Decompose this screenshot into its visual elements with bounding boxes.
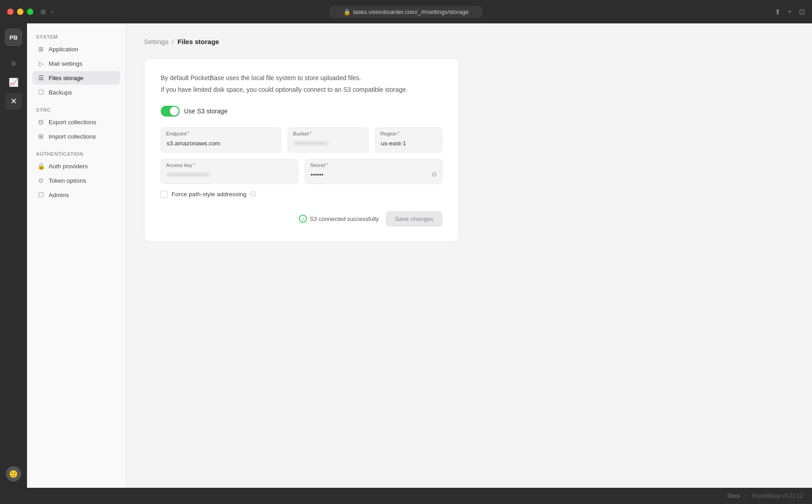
desc-line2: If you have limited disk space, you coul… <box>161 85 442 94</box>
new-tab-icon[interactable]: + <box>788 8 792 16</box>
sidebar-item-export-collections[interactable]: ⊟ Export collections <box>32 115 120 129</box>
s3-toggle[interactable] <box>161 106 180 117</box>
bucket-field: Bucket * <box>288 127 369 153</box>
footer-separator: | <box>745 493 746 499</box>
s3-status-text: S3 connected successfully <box>310 216 379 222</box>
token-label: Token options <box>49 177 86 184</box>
password-toggle-icon[interactable]: ⊙ <box>432 171 437 178</box>
sidebar-icon-activity[interactable]: 📈 <box>5 74 22 91</box>
sidebar-item-files-storage[interactable]: ☰ Files storage <box>32 71 120 85</box>
secret-field: Secret * ⊙ <box>305 159 442 184</box>
mail-label: Mail settings <box>49 60 82 67</box>
path-style-checkbox[interactable] <box>161 191 168 198</box>
export-icon: ⊟ <box>37 118 45 126</box>
titlebar-nav: ⊞ ‹ <box>41 8 54 15</box>
avatar: 🙂 <box>6 466 21 482</box>
traffic-lights <box>7 9 33 15</box>
s3-toggle-label: Use S3 storage <box>184 108 228 115</box>
s3-status-icon: ✓ <box>299 215 307 223</box>
url-text: tasks.visionboarder.com/_/#/settings/sto… <box>353 9 469 15</box>
checkbox-row: Force path-style addressing ⓘ <box>161 190 442 198</box>
lock-icon: 🔒 <box>343 9 351 15</box>
backups-label: Backups <box>49 89 72 96</box>
endpoint-required: * <box>187 131 189 136</box>
backups-icon: ☐ <box>37 89 45 96</box>
minimize-button[interactable] <box>17 9 23 15</box>
application-icon: ⊞ <box>37 45 45 53</box>
files-label: Files storage <box>49 75 83 81</box>
mail-icon: ▷ <box>37 60 45 67</box>
back-icon[interactable]: ‹ <box>51 8 54 15</box>
sidebar-right-icon[interactable]: ⊡ <box>799 8 805 16</box>
sync-section-label: Sync <box>32 107 120 112</box>
share-icon[interactable]: ⬆ <box>775 8 780 16</box>
address-bar[interactable]: 🔒 tasks.visionboarder.com/_/#/settings/s… <box>329 6 483 18</box>
admins-icon: ☐ <box>37 191 45 198</box>
sidebar-item-import-collections[interactable]: ⊞ Import collections <box>32 130 120 143</box>
auth-section-label: Authentication <box>32 151 120 157</box>
auth-icon: 🔒 <box>37 162 45 170</box>
token-icon: ⊙ <box>37 177 45 184</box>
region-field: Region * <box>375 127 442 153</box>
secret-required: * <box>326 162 328 167</box>
page-title: Files storage <box>177 38 219 45</box>
sidebar-toggle-icon[interactable]: ⊞ <box>41 8 46 15</box>
endpoint-field: Endpoint * <box>161 127 281 153</box>
sidebar-icon-settings[interactable]: ✕ <box>5 93 22 110</box>
bucket-required: * <box>310 131 311 136</box>
access-key-required: * <box>193 162 195 167</box>
import-icon: ⊞ <box>37 133 45 140</box>
icon-sidebar: PB ≡ 📈 ✕ 🙂 <box>0 23 27 488</box>
sidebar-item-backups[interactable]: ☐ Backups <box>32 86 120 99</box>
system-section-label: System <box>32 34 120 40</box>
sidebar-item-admins[interactable]: ☐ Admins <box>32 188 120 202</box>
card-footer: ✓ S3 connected successfully Save changes <box>161 211 442 227</box>
info-icon[interactable]: ⓘ <box>250 190 256 198</box>
breadcrumb-separator: / <box>172 38 174 45</box>
main-content: Settings / Files storage By default Pock… <box>126 23 812 488</box>
access-key-label: Access key * <box>166 162 195 168</box>
checkbox-label: Force path-style addressing <box>171 191 247 198</box>
titlebar-right-controls: ⬆ + ⊡ <box>775 8 805 16</box>
settings-card: By default PocketBase uses the local fil… <box>144 58 459 242</box>
sidebar-item-application[interactable]: ⊞ Application <box>32 42 120 56</box>
region-label: Region * <box>380 131 399 136</box>
s3-toggle-row: Use S3 storage <box>161 106 442 117</box>
sidebar-item-auth-providers[interactable]: 🔒 Auth providers <box>32 159 120 173</box>
auth-label: Auth providers <box>49 163 88 170</box>
admins-label: Admins <box>49 192 69 198</box>
form-row-1: Endpoint * Bucket * Region * <box>161 127 442 153</box>
maximize-button[interactable] <box>27 9 33 15</box>
sidebar-item-mail-settings[interactable]: ▷ Mail settings <box>32 57 120 70</box>
breadcrumb[interactable]: Settings <box>144 38 168 45</box>
app-container: PB ≡ 📈 ✕ 🙂 System ⊞ Application ▷ Mail s… <box>0 23 812 488</box>
sidebar-icon-avatar[interactable]: 🙂 <box>5 465 22 482</box>
docs-link[interactable]: Docs <box>727 493 740 499</box>
close-button[interactable] <box>7 9 14 15</box>
version-text: PocketBase v0.22.12 <box>752 493 803 499</box>
nav-sidebar: System ⊞ Application ▷ Mail settings ☰ F… <box>27 23 126 488</box>
bucket-label: Bucket * <box>293 131 311 136</box>
import-label: Import collections <box>49 133 96 140</box>
s3-status: ✓ S3 connected successfully <box>299 215 379 223</box>
sidebar-item-token-options[interactable]: ⊙ Token options <box>32 174 120 187</box>
card-description: By default PocketBase uses the local fil… <box>161 73 442 95</box>
secret-label: Secret * <box>310 162 328 168</box>
files-icon: ☰ <box>37 74 45 81</box>
form-row-2: Access key * Secret * ⊙ <box>161 159 442 184</box>
app-footer: Docs | PocketBase v0.22.12 <box>0 488 812 504</box>
desc-line1: By default PocketBase uses the local fil… <box>161 73 442 83</box>
sidebar-icon-database[interactable]: ≡ <box>5 55 22 72</box>
address-bar-container: 🔒 tasks.visionboarder.com/_/#/settings/s… <box>329 6 483 18</box>
titlebar: ⊞ ‹ 🔒 tasks.visionboarder.com/_/#/settin… <box>0 0 812 23</box>
region-required: * <box>397 131 399 136</box>
save-button[interactable]: Save changes <box>386 211 442 227</box>
application-label: Application <box>49 46 78 53</box>
app-logo[interactable]: PB <box>5 29 22 46</box>
export-label: Export collections <box>49 119 96 126</box>
endpoint-label: Endpoint * <box>166 131 189 136</box>
page-header: Settings / Files storage <box>144 38 794 45</box>
access-key-field: Access key * <box>161 159 298 184</box>
